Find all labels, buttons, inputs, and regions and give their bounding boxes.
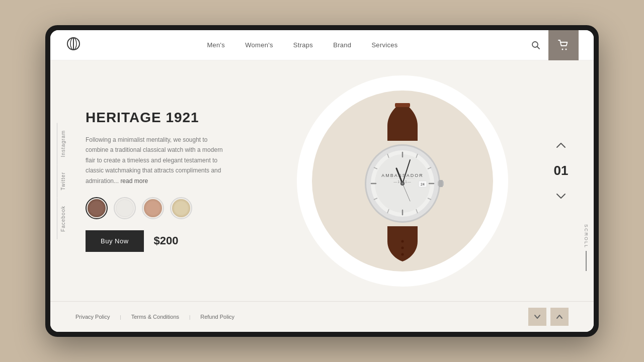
nav-services[interactable]: Services bbox=[371, 41, 397, 49]
chevron-down-icon bbox=[555, 192, 567, 200]
refund-link[interactable]: Refund Policy bbox=[200, 314, 234, 320]
product-info: HERITAGE 1921 Following a minimalist men… bbox=[86, 110, 257, 252]
svg-text:24: 24 bbox=[421, 183, 425, 186]
watch-outer-bg: AMBASSADOR —1921— 24 bbox=[297, 75, 508, 287]
svg-point-37 bbox=[401, 246, 404, 249]
search-icon bbox=[531, 41, 540, 50]
svg-text:AMBASSADOR: AMBASSADOR bbox=[381, 173, 424, 178]
footer-divider-2: | bbox=[189, 314, 190, 320]
product-title: HERITAGE 1921 bbox=[86, 110, 257, 126]
svg-rect-11 bbox=[439, 180, 443, 187]
svg-point-35 bbox=[401, 183, 404, 185]
header-actions bbox=[523, 30, 579, 60]
header: Men's Women's Straps Brand Services bbox=[50, 30, 594, 60]
logo-svg bbox=[65, 36, 82, 52]
product-actions: Buy Now $200 bbox=[86, 230, 257, 252]
device-frame: Men's Women's Straps Brand Services bbox=[45, 25, 599, 337]
privacy-policy-link[interactable]: Privacy Policy bbox=[75, 314, 110, 320]
watch-display: AMBASSADOR —1921— 24 bbox=[257, 75, 548, 287]
footer: Privacy Policy | Terms & Conditions | Re… bbox=[50, 301, 594, 332]
next-arrow[interactable] bbox=[553, 189, 569, 204]
slide-number: 01 bbox=[554, 163, 569, 178]
svg-point-38 bbox=[401, 253, 404, 255]
product-description: Following a minimalist mentality, we sou… bbox=[86, 135, 231, 186]
footer-nav bbox=[528, 308, 569, 326]
variant-selector bbox=[86, 197, 257, 219]
search-button[interactable] bbox=[523, 30, 548, 60]
watch-inner-bg: AMBASSADOR —1921— 24 bbox=[312, 90, 493, 272]
chevron-up-icon bbox=[555, 141, 567, 149]
footer-down-arrow[interactable] bbox=[528, 308, 546, 326]
variant-3[interactable] bbox=[142, 197, 164, 219]
nav-womens[interactable]: Women's bbox=[245, 41, 273, 49]
arrow-up-icon bbox=[555, 313, 564, 321]
social-instagram[interactable]: Instagram bbox=[58, 123, 68, 164]
watch-image: AMBASSADOR —1921— 24 bbox=[332, 96, 473, 266]
variant-4[interactable] bbox=[170, 197, 192, 219]
cart-icon bbox=[558, 40, 569, 51]
svg-point-36 bbox=[401, 240, 404, 242]
svg-rect-7 bbox=[395, 103, 410, 107]
footer-up-arrow[interactable] bbox=[550, 308, 569, 326]
product-section: HERITAGE 1921 Following a minimalist men… bbox=[75, 60, 594, 301]
main-nav: Men's Women's Straps Brand Services bbox=[207, 41, 397, 49]
svg-line-4 bbox=[537, 46, 540, 49]
slide-controls: 01 bbox=[548, 138, 574, 224]
product-price: $200 bbox=[154, 234, 179, 247]
svg-point-5 bbox=[562, 48, 564, 50]
buy-button[interactable]: Buy Now bbox=[86, 230, 144, 252]
screen: Men's Women's Straps Brand Services bbox=[50, 30, 594, 332]
scroll-label: SCROLL bbox=[584, 224, 589, 248]
nav-brand[interactable]: Brand bbox=[333, 41, 351, 49]
footer-divider-1: | bbox=[120, 314, 121, 320]
variant-2[interactable] bbox=[114, 197, 136, 219]
main-content: Instagram Twitter Facebook HERITAGE 1921… bbox=[50, 60, 594, 301]
nav-mens[interactable]: Men's bbox=[207, 41, 225, 49]
social-twitter[interactable]: Twitter bbox=[58, 164, 68, 198]
terms-link[interactable]: Terms & Conditions bbox=[131, 314, 179, 320]
brand-logo bbox=[65, 36, 82, 55]
cart-button[interactable] bbox=[548, 30, 579, 60]
scroll-line bbox=[586, 251, 587, 271]
svg-point-6 bbox=[566, 48, 567, 50]
social-facebook[interactable]: Facebook bbox=[58, 198, 68, 239]
read-more-link[interactable]: read more bbox=[120, 177, 148, 185]
social-sidebar: Instagram Twitter Facebook bbox=[50, 60, 75, 301]
nav-straps[interactable]: Straps bbox=[293, 41, 313, 49]
prev-arrow[interactable] bbox=[553, 138, 569, 153]
scroll-indicator: SCROLL bbox=[584, 224, 589, 271]
variant-1[interactable] bbox=[86, 197, 108, 219]
arrow-down-icon bbox=[533, 313, 541, 321]
